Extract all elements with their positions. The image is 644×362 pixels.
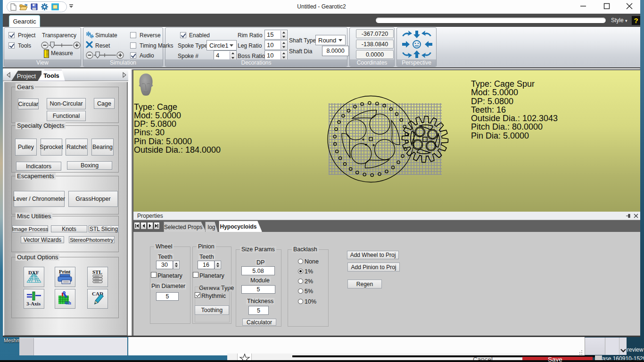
svg-text:Print: Print — [59, 269, 71, 274]
svg-text:DXF: DXF — [28, 270, 39, 275]
svg-text:3-Axis: 3-Axis — [26, 301, 41, 306]
svg-text:4th: 4th — [65, 300, 71, 305]
svg-text:STL: STL — [92, 269, 102, 275]
